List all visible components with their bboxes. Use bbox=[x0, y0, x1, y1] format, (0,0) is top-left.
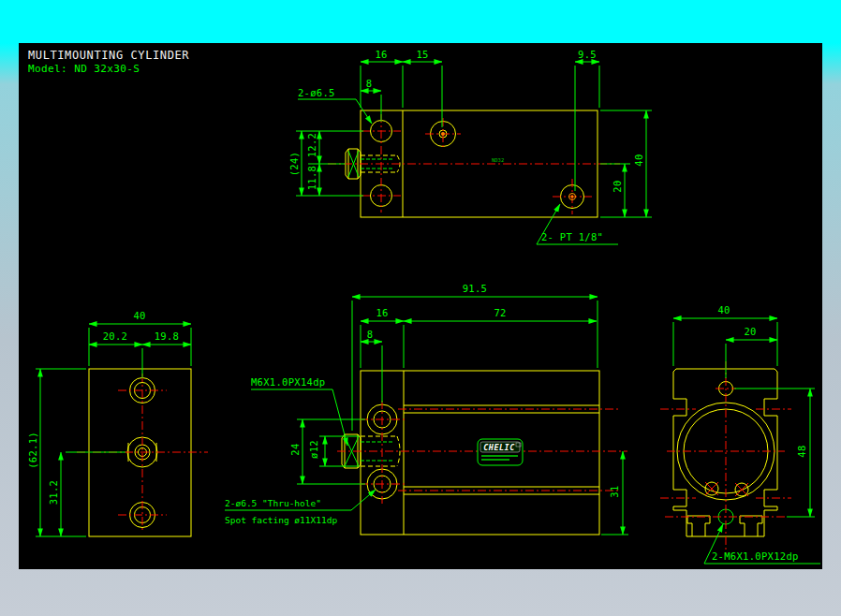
dim-40: 40 bbox=[133, 310, 145, 321]
dim-16: 16 bbox=[376, 307, 388, 318]
label-holes-2xd6-5: 2-ø6.5 bbox=[298, 87, 335, 98]
dim-40: 40 bbox=[633, 154, 644, 166]
front-view-outline bbox=[342, 371, 599, 535]
dim-31: 31 bbox=[609, 485, 620, 497]
dim-11-8: 11.8 bbox=[306, 166, 317, 191]
right-view-dimensions bbox=[673, 318, 820, 564]
dim-9-5: 9.5 bbox=[578, 49, 597, 60]
dim-12-2: 12.2 bbox=[306, 133, 317, 158]
dim-24: 24 bbox=[289, 443, 301, 455]
dim-24-ref: (24) bbox=[288, 152, 300, 177]
dim-91-5: 91.5 bbox=[463, 283, 488, 294]
port-center-dot bbox=[571, 196, 574, 198]
left-view: 40 20.2 19.8 (62.1) 31.2 bbox=[27, 310, 208, 536]
dim-40: 40 bbox=[717, 304, 730, 315]
label-thru-hole: 2-ø6.5 "Thru-hole" bbox=[225, 498, 321, 508]
dim-8: 8 bbox=[366, 78, 373, 89]
front-view: 91.5 16 72 8 24 ø12 31 M6X1.0PX14dp 2-ø6… bbox=[225, 283, 628, 535]
bolt-hole-cross-marks bbox=[705, 482, 748, 496]
dim-72: 72 bbox=[494, 307, 506, 318]
dim-31-2: 31.2 bbox=[48, 480, 59, 506]
dim-20-2: 20.2 bbox=[103, 330, 128, 342]
dim-20: 20 bbox=[612, 180, 623, 192]
label-thread-m6: M6X1.0PX14dp bbox=[251, 376, 325, 388]
dim-15: 15 bbox=[416, 49, 428, 60]
drawing-model: Model: ND 32x30-S bbox=[28, 63, 140, 75]
drawing-title: MULTIMOUNTING CYLINDER bbox=[28, 49, 189, 62]
centerline-mark: ND32 bbox=[492, 157, 504, 163]
plate-fineprint-line bbox=[481, 455, 518, 457]
top-view: 16 15 9.5 8 (24) 12.2 11.8 40 20 2-ø6.5 … bbox=[288, 49, 652, 244]
label-port-pt18: 2- PT 1/8" bbox=[541, 231, 603, 242]
dim-16: 16 bbox=[375, 49, 387, 60]
dim-19-8: 19.8 bbox=[155, 330, 180, 342]
top-view-centerlines bbox=[328, 114, 620, 214]
dim-48: 48 bbox=[796, 445, 807, 457]
cad-drawing-canvas: MULTIMOUNTING CYLINDER Model: ND 32x30-S bbox=[19, 43, 822, 569]
label-spot-facing: Spot facting ø11X11dp bbox=[225, 515, 337, 525]
label-thread-m6x12: 2-M6X1.0PX12dp bbox=[712, 550, 799, 562]
right-view: 40 20 48 2-M6X1.0PX12dp bbox=[660, 304, 820, 564]
dim-dia12: ø12 bbox=[308, 440, 319, 459]
cad-drawing: MULTIMOUNTING CYLINDER Model: ND 32x30-S bbox=[19, 43, 822, 569]
dim-20: 20 bbox=[744, 326, 756, 337]
plate-fineprint-line bbox=[481, 459, 509, 461]
brand-logo-text: CHELIC bbox=[483, 443, 515, 452]
dim-8: 8 bbox=[367, 329, 374, 340]
dim-62-1: (62.1) bbox=[27, 432, 38, 469]
right-view-centerlines bbox=[660, 361, 791, 554]
brand-plate: CHELIC bbox=[478, 439, 523, 465]
hole-center-dot bbox=[441, 132, 445, 136]
